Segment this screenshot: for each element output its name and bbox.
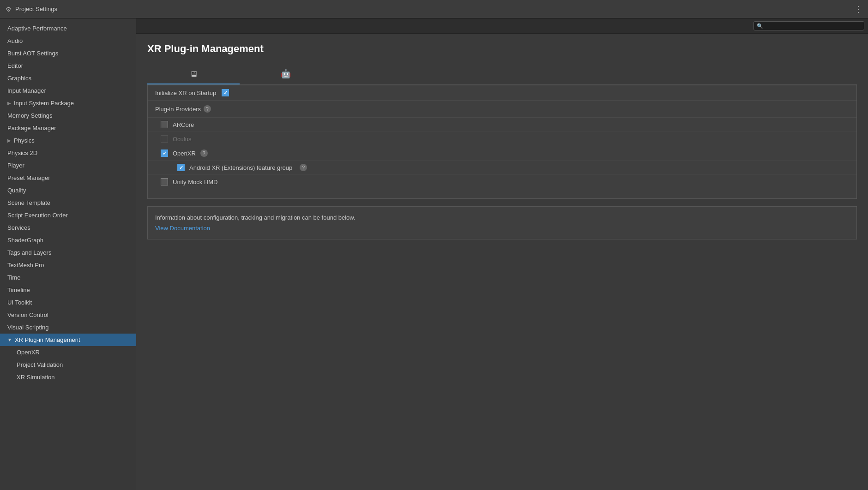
search-container[interactable]: 🔍 bbox=[753, 21, 864, 30]
sidebar-item-label: XR Plug-in Management bbox=[15, 336, 80, 343]
search-bar: 🔍 bbox=[136, 18, 868, 34]
sidebar-item-label: Graphics bbox=[7, 75, 31, 82]
sidebar-item-burst-aot-settings[interactable]: Burst AOT Settings bbox=[0, 47, 136, 60]
sidebar-item-label: Input Manager bbox=[7, 87, 46, 94]
sidebar-item-memory-settings[interactable]: Memory Settings bbox=[0, 109, 136, 122]
page-content: XR Plug-in Management 🖥 🤖 Initialize XR … bbox=[136, 34, 868, 490]
sidebar-item-label: Physics bbox=[14, 137, 35, 144]
sidebar-item-label: Memory Settings bbox=[7, 112, 53, 119]
sidebar-item-label: Preset Manager bbox=[7, 174, 50, 181]
tab-android[interactable]: 🤖 bbox=[240, 64, 332, 84]
oculus-checkbox[interactable] bbox=[161, 135, 168, 143]
sidebar-item-label: Player bbox=[7, 162, 24, 169]
sidebar-item-quality[interactable]: Quality bbox=[0, 184, 136, 197]
sidebar-item-preset-manager[interactable]: Preset Manager bbox=[0, 172, 136, 184]
openxr-row: OpenXR ? bbox=[148, 146, 856, 161]
sidebar-item-services[interactable]: Services bbox=[0, 221, 136, 234]
sidebar-item-shadergraph[interactable]: ShaderGraph bbox=[0, 234, 136, 246]
openxr-label: OpenXR bbox=[173, 150, 196, 157]
oculus-row: Oculus bbox=[148, 132, 856, 146]
sidebar-item-label: UI Toolkit bbox=[7, 299, 32, 306]
gear-icon: ⚙ bbox=[6, 6, 12, 13]
sidebar-item-label: Tags and Layers bbox=[7, 249, 51, 256]
sidebar-item-label: Quality bbox=[7, 187, 26, 194]
initialize-xr-checkbox[interactable] bbox=[222, 89, 229, 96]
sidebar-item-physics[interactable]: ▶Physics bbox=[0, 134, 136, 147]
sidebar-item-scene-template[interactable]: Scene Template bbox=[0, 197, 136, 209]
arcore-row: ARCore bbox=[148, 118, 856, 132]
sidebar-item-time[interactable]: Time bbox=[0, 271, 136, 284]
sidebar-item-input-system-package[interactable]: ▶Input System Package bbox=[0, 97, 136, 109]
sidebar-item-label: Scene Template bbox=[7, 199, 50, 206]
tab-desktop[interactable]: 🖥 bbox=[147, 64, 240, 84]
sidebar-item-graphics[interactable]: Graphics bbox=[0, 72, 136, 84]
search-icon: 🔍 bbox=[757, 23, 763, 29]
sidebar-item-player[interactable]: Player bbox=[0, 159, 136, 172]
title-bar-left: ⚙ Project Settings bbox=[6, 6, 57, 13]
sidebar-item-label: Project Validation bbox=[17, 361, 63, 368]
sidebar: Adaptive PerformanceAudioBurst AOT Setti… bbox=[0, 18, 136, 490]
search-input[interactable] bbox=[765, 23, 861, 29]
settings-panel: Initialize XR on Startup Plug-in Provide… bbox=[147, 85, 857, 199]
main-layout: Adaptive PerformanceAudioBurst AOT Setti… bbox=[0, 18, 868, 490]
sidebar-item-tags-and-layers[interactable]: Tags and Layers bbox=[0, 246, 136, 259]
initialize-xr-row: Initialize XR on Startup bbox=[148, 85, 856, 101]
sidebar-item-label: Audio bbox=[7, 37, 23, 44]
sidebar-item-openxr[interactable]: OpenXR bbox=[0, 346, 136, 359]
sidebar-item-adaptive-performance[interactable]: Adaptive Performance bbox=[0, 22, 136, 35]
sidebar-item-label: TextMesh Pro bbox=[7, 262, 44, 269]
sidebar-item-project-validation[interactable]: Project Validation bbox=[0, 359, 136, 371]
sidebar-item-script-execution-order[interactable]: Script Execution Order bbox=[0, 209, 136, 221]
sidebar-item-label: Time bbox=[7, 274, 20, 281]
sidebar-item-label: Package Manager bbox=[7, 125, 56, 131]
plugin-providers-header: Plug-in Providers ? bbox=[148, 101, 856, 118]
title-bar-menu-icon[interactable]: ⋮ bbox=[854, 4, 862, 14]
sidebar-item-xr-plugin-management[interactable]: ▼XR Plug-in Management bbox=[0, 334, 136, 346]
initialize-xr-label: Initialize XR on Startup bbox=[155, 90, 216, 96]
sidebar-item-label: Timeline bbox=[7, 287, 30, 293]
title-bar: ⚙ Project Settings ⋮ bbox=[0, 0, 868, 18]
sidebar-item-physics-2d[interactable]: Physics 2D bbox=[0, 147, 136, 159]
arcore-label: ARCore bbox=[173, 121, 194, 128]
arrow-right-icon: ▶ bbox=[7, 101, 11, 106]
sidebar-item-version-control[interactable]: Version Control bbox=[0, 309, 136, 321]
sidebar-item-visual-scripting[interactable]: Visual Scripting bbox=[0, 321, 136, 334]
sidebar-item-editor[interactable]: Editor bbox=[0, 60, 136, 72]
sidebar-item-label: Input System Package bbox=[14, 100, 74, 107]
sidebar-item-audio[interactable]: Audio bbox=[0, 35, 136, 47]
sidebar-item-xr-simulation[interactable]: XR Simulation bbox=[0, 371, 136, 383]
android-icon: 🤖 bbox=[281, 69, 291, 79]
android-xr-help-icon[interactable]: ? bbox=[300, 164, 307, 171]
tabs-container: 🖥 🤖 bbox=[147, 64, 857, 85]
info-text: Information about configuration, trackin… bbox=[155, 214, 849, 221]
android-xr-row: Android XR (Extensions) feature group ? bbox=[148, 161, 856, 175]
android-xr-label: Android XR (Extensions) feature group bbox=[189, 164, 292, 171]
unity-mock-hmd-checkbox[interactable] bbox=[161, 178, 168, 185]
sidebar-item-label: Version Control bbox=[7, 311, 48, 318]
sidebar-item-label: ShaderGraph bbox=[7, 237, 43, 244]
plugin-providers-help-icon[interactable]: ? bbox=[204, 105, 211, 113]
desktop-icon: 🖥 bbox=[189, 69, 198, 79]
view-documentation-link[interactable]: View Documentation bbox=[155, 225, 210, 232]
plugin-providers-label: Plug-in Providers bbox=[155, 106, 201, 113]
openxr-checkbox[interactable] bbox=[161, 149, 168, 157]
window-title: Project Settings bbox=[15, 6, 57, 12]
oculus-label: Oculus bbox=[173, 136, 191, 143]
sidebar-item-package-manager[interactable]: Package Manager bbox=[0, 122, 136, 134]
sidebar-item-label: OpenXR bbox=[17, 349, 40, 356]
arcore-checkbox[interactable] bbox=[161, 121, 168, 128]
info-section: Information about configuration, trackin… bbox=[147, 206, 857, 239]
unity-mock-hmd-row: Unity Mock HMD bbox=[148, 175, 856, 189]
arrow-down-icon: ▼ bbox=[7, 337, 12, 342]
arrow-right-icon: ▶ bbox=[7, 138, 11, 143]
page-title: XR Plug-in Management bbox=[147, 43, 857, 55]
unity-mock-hmd-label: Unity Mock HMD bbox=[173, 179, 218, 185]
openxr-help-icon[interactable]: ? bbox=[200, 149, 208, 157]
content-area: 🔍 XR Plug-in Management 🖥 🤖 Initiali bbox=[136, 18, 868, 490]
sidebar-item-ui-toolkit[interactable]: UI Toolkit bbox=[0, 296, 136, 309]
sidebar-item-timeline[interactable]: Timeline bbox=[0, 284, 136, 296]
sidebar-item-input-manager[interactable]: Input Manager bbox=[0, 84, 136, 97]
sidebar-item-textmesh-pro[interactable]: TextMesh Pro bbox=[0, 259, 136, 271]
sidebar-item-label: Physics 2D bbox=[7, 149, 37, 156]
android-xr-checkbox[interactable] bbox=[177, 164, 185, 171]
